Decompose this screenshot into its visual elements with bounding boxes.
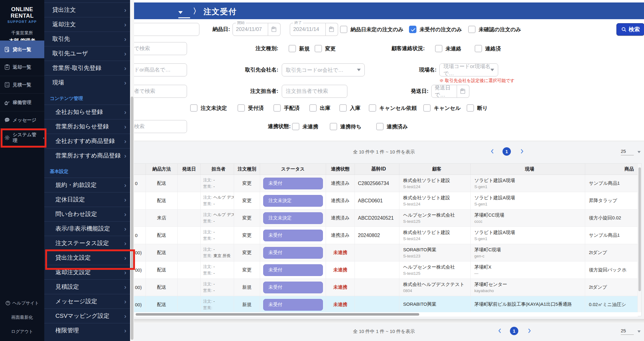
help-site-link[interactable]: ヘルプサイト: [0, 296, 44, 310]
checkbox-icon[interactable]: [475, 45, 482, 52]
checkbox-status-declined[interactable]: 断り: [467, 104, 488, 112]
column-header[interactable]: 注文種別: [234, 164, 260, 175]
calendar-icon[interactable]: [268, 23, 281, 36]
checkbox-icon[interactable]: [292, 123, 299, 130]
page-size-select[interactable]: 25: [621, 328, 634, 335]
delivery-date-end-input[interactable]: 終了 2024/11/14: [290, 23, 326, 36]
status-badge[interactable]: 未受付: [263, 178, 323, 189]
checkbox-icon[interactable]: [467, 104, 474, 112]
checkbox-icon[interactable]: [330, 123, 337, 130]
checkbox-status-arranged[interactable]: 手配済: [273, 104, 300, 112]
checkbox-status-received[interactable]: 入庫: [339, 104, 360, 112]
checkbox-link-done[interactable]: 連携済み: [376, 123, 408, 130]
column-header[interactable]: 顧客: [399, 164, 471, 175]
prev-page-button[interactable]: [489, 148, 496, 155]
product-search-input[interactable]: [130, 63, 187, 76]
table-row[interactable]: 00) 配送 注文: - 営業: 新規 未受付 未連携: [134, 296, 641, 312]
checkbox-icon[interactable]: [289, 45, 296, 52]
link-search-input[interactable]: [130, 120, 187, 133]
page-number-button[interactable]: 1: [503, 147, 511, 156]
delivery-date-start-input[interactable]: 開始 2024/11/07: [233, 23, 268, 36]
checkbox-icon[interactable]: [468, 26, 476, 33]
status-badge[interactable]: 未受付: [263, 264, 323, 276]
status-badge[interactable]: 注文未決定: [263, 212, 323, 224]
page-number-button[interactable]: 1: [510, 327, 518, 335]
flyout-menu-item[interactable]: 見積設定 ›: [44, 279, 130, 294]
table-row[interactable]: 00) 配送 注文: - 営業: - 新規 未受付 未連携: [134, 279, 641, 296]
status-badge[interactable]: 未受付: [263, 299, 323, 311]
flyout-menu-item[interactable]: 営業所おすすめ商品登録 ›: [44, 148, 130, 163]
checkbox-order-type-new[interactable]: 新規: [289, 45, 310, 52]
checkbox-contacted[interactable]: 連絡済: [475, 45, 501, 52]
checkbox-checked-icon[interactable]: [409, 26, 416, 33]
keyword-search-input[interactable]: [130, 42, 187, 55]
calendar-icon[interactable]: [326, 23, 338, 36]
sidebar-item-operation-mgmt[interactable]: 稼働管理: [0, 93, 44, 111]
refresh-screen-link[interactable]: 画面最新化: [0, 310, 44, 324]
sidebar-item-estimate-list[interactable]: 見積一覧: [0, 76, 44, 93]
chevron-down-icon[interactable]: [637, 151, 641, 153]
flyout-menu-item[interactable]: 全社おすすめ商品登録 ›: [44, 134, 130, 148]
checkbox-status-shipped[interactable]: 出庫: [309, 104, 330, 112]
table-row[interactable]: 00) 配送 注文: - 営業: - 変更 未受付 未連携: [134, 261, 641, 279]
checkbox-undecided-delivery[interactable]: 納品日未定の注文のみ: [340, 26, 403, 33]
checkbox-icon[interactable]: [340, 26, 347, 33]
site-select[interactable]: 現場コードor現場名で…: [439, 63, 498, 76]
scrollbar-thumb[interactable]: [131, 97, 133, 340]
status-badge[interactable]: 注文未決定: [263, 195, 323, 207]
column-header[interactable]: 発送日: [178, 164, 201, 175]
order-staff-input[interactable]: [282, 85, 347, 98]
status-badge[interactable]: 未受付: [263, 247, 323, 259]
flyout-menu-item[interactable]: 取引先ユーザ ›: [44, 46, 130, 61]
flyout-menu-item[interactable]: 返却注文 ›: [44, 17, 130, 32]
flyout-menu-item[interactable]: 返却注文設定 ›: [44, 265, 130, 279]
status-badge[interactable]: 未受付: [263, 230, 323, 241]
staff-search-input[interactable]: [130, 85, 187, 98]
flyout-menu-item[interactable]: 表示/非表示機能設定 ›: [44, 221, 130, 236]
checkbox-icon[interactable]: [423, 104, 431, 112]
flyout-menu-item[interactable]: 取引先 ›: [44, 32, 130, 46]
checkbox-unaccepted-only[interactable]: 未受付の注文のみ: [409, 26, 462, 33]
table-row[interactable]: 0 配送 注文: - 営業: - 変更 未受付 連携済み C2802566734: [134, 175, 641, 192]
column-header[interactable]: 基幹ID: [355, 164, 399, 175]
search-button[interactable]: 検索: [616, 23, 644, 36]
table-row[interactable]: 00) 配送 注文: - 営業: 東京 所長 変更 未受付 未連携: [134, 244, 641, 261]
flyout-menu-item[interactable]: 問い合わせ設定 ›: [44, 207, 130, 221]
column-header[interactable]: 現場: [471, 164, 585, 175]
flyout-menu-item[interactable]: 貸出注文設定 ›: [44, 250, 130, 265]
flyout-menu-item[interactable]: 全社お知らせ登録 ›: [44, 105, 130, 119]
scrollbar-thumb[interactable]: [136, 313, 419, 316]
scrollbar-thumb[interactable]: [638, 167, 641, 291]
flyout-menu-item[interactable]: 権限管理 ›: [44, 323, 130, 338]
chevron-down-icon[interactable]: [637, 330, 641, 333]
ship-date-input[interactable]: 発送日で…: [431, 85, 457, 98]
flyout-menu-item[interactable]: 規約・約款設定 ›: [44, 178, 130, 192]
sidebar-item-system-mgmt[interactable]: システム管理 ›: [0, 129, 44, 146]
sidebar-item-rental-list[interactable]: 貸出一覧: [0, 41, 44, 58]
checkbox-icon[interactable]: [376, 123, 384, 130]
checkbox-not-contacted[interactable]: 未連絡: [435, 45, 461, 52]
flyout-menu-item[interactable]: 注文ステータス設定 ›: [44, 236, 130, 250]
checkbox-icon[interactable]: [309, 104, 317, 112]
flyout-scrollbar[interactable]: [130, 0, 134, 341]
checkbox-link-waiting[interactable]: 連携待ち: [330, 123, 361, 130]
column-header[interactable]: 担当者: [201, 164, 234, 175]
column-header[interactable]: ステータス: [260, 164, 326, 175]
checkbox-order-type-change[interactable]: 変更: [315, 45, 336, 52]
checkbox-icon[interactable]: [273, 104, 281, 112]
next-page-button[interactable]: [518, 148, 525, 155]
checkbox-status-accepted[interactable]: 受付済: [237, 104, 264, 112]
checkbox-status-cancelled[interactable]: キャンセル: [423, 104, 461, 112]
flyout-menu-item[interactable]: メッセージ設定 ›: [44, 294, 130, 309]
next-page-button[interactable]: [526, 327, 533, 334]
checkbox-status-undecided[interactable]: 注文未決定: [190, 104, 227, 112]
checkbox-link-none[interactable]: 未連携: [292, 123, 318, 130]
checkbox-unconfirmed-only[interactable]: 未確認の注文のみ: [468, 26, 521, 33]
checkbox-icon[interactable]: [435, 45, 442, 52]
table-horizontal-scrollbar[interactable]: [134, 312, 638, 317]
checkbox-icon[interactable]: [315, 45, 322, 52]
table-vertical-scrollbar[interactable]: [637, 164, 641, 312]
table-row[interactable]: 配送 注文: ヘルプ デスク 営業: - 変更 注文未決定 連携済み ABCD0…: [134, 192, 641, 209]
flyout-menu-item[interactable]: CSVマッピング設定 ›: [44, 309, 130, 323]
company-select[interactable]: 取引先コードor会社で…: [282, 63, 365, 76]
